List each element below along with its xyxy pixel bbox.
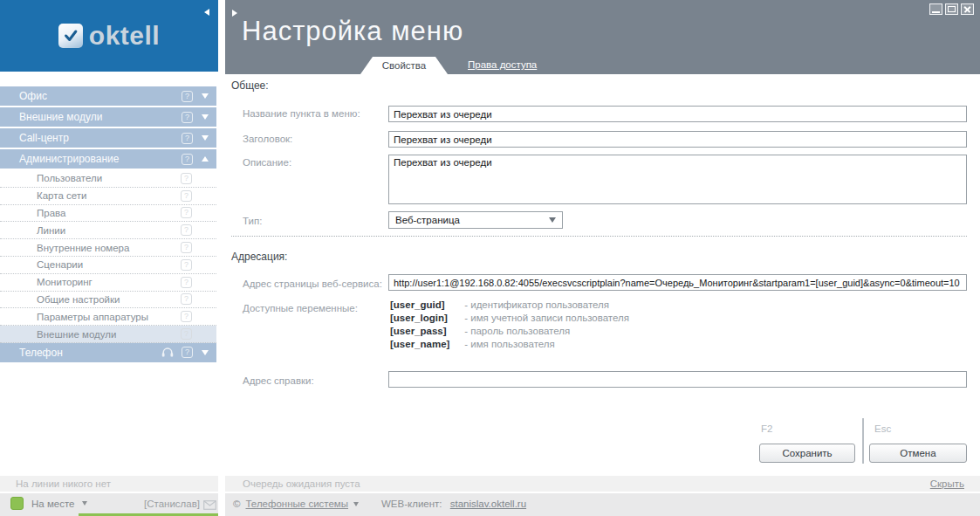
help-icon[interactable]: ?: [181, 242, 192, 253]
help-icon[interactable]: ?: [181, 328, 192, 340]
chevron-down-icon: [549, 217, 556, 223]
menu-item-name-label: Название пункта в меню:: [243, 108, 360, 119]
sidebar-item-label: Call-центр: [19, 132, 182, 144]
sidebar-subitem-lines[interactable]: Линии ?: [0, 222, 216, 239]
webclient-link[interactable]: stanislav.oktell.ru: [450, 499, 526, 509]
oktell-checkmark-icon: [58, 24, 83, 48]
hide-link[interactable]: Скрыть: [930, 478, 964, 489]
variable-description: - имя учетной записи пользователя: [464, 313, 629, 323]
sidebar-subitem-label: Мониторинг: [37, 277, 181, 287]
tab-properties[interactable]: Свойства: [360, 57, 448, 74]
sidebar-subitem-label: Параметры аппаратуры: [37, 312, 181, 322]
company-link[interactable]: Телефонные системы: [245, 499, 348, 509]
sidebar-subitem-label: Карта сети: [37, 190, 181, 201]
sidebar-subitem-scenarios[interactable]: Сценарии ?: [0, 257, 216, 274]
sidebar-item-call-center[interactable]: Call-центр ?: [0, 128, 216, 148]
menu-item-name-input[interactable]: [388, 106, 967, 122]
web-service-url-label: Адрес страницы веб-сервиса:: [243, 279, 382, 289]
minimize-button[interactable]: [929, 3, 942, 15]
close-button[interactable]: [961, 3, 974, 15]
status-row-gap: [218, 476, 225, 492]
sidebar-item-phone[interactable]: Телефон ?: [0, 343, 216, 362]
variable-name: [user_login]: [390, 313, 462, 323]
chevron-down-icon: [202, 114, 209, 120]
sidebar: oktell Офис ? Внешние модули ? Call-цент…: [0, 0, 218, 516]
sidebar-expand-button[interactable]: [230, 5, 239, 21]
title-input[interactable]: [388, 131, 967, 148]
oktell-logo: oktell: [58, 21, 160, 51]
help-icon[interactable]: ?: [181, 277, 192, 288]
window-controls: [929, 3, 974, 15]
maximize-button[interactable]: [945, 3, 958, 15]
cancel-hotkey-label: Esc: [874, 423, 891, 434]
sidebar-item-label: Офис: [19, 90, 182, 102]
variables-label: Доступные переменные:: [243, 303, 358, 313]
variable-row: [user_pass] - пароль пользователя: [390, 326, 570, 336]
sidebar-item-label: Телефон: [19, 347, 161, 359]
chevron-down-icon: [202, 135, 209, 141]
help-icon[interactable]: ?: [182, 112, 193, 123]
current-user-label: [Станислав]: [144, 499, 200, 509]
variable-description: - имя пользователя: [464, 339, 555, 349]
sidebar-item-administration[interactable]: Администрирование ?: [0, 149, 216, 169]
help-icon[interactable]: ?: [181, 173, 192, 184]
bottom-bar-gap: [218, 493, 225, 516]
help-icon[interactable]: ?: [181, 259, 192, 271]
help-icon[interactable]: ?: [182, 133, 193, 144]
help-icon[interactable]: ?: [181, 207, 192, 218]
description-textarea[interactable]: Перехват из очереди: [388, 155, 967, 204]
presence-label: На месте: [31, 499, 74, 509]
sidebar-subitem-network-map[interactable]: Карта сети ?: [0, 188, 216, 205]
help-icon[interactable]: ?: [182, 154, 193, 165]
sidebar-subitem-internal-numbers[interactable]: Внутренние номера ?: [0, 239, 216, 257]
webclient-section: WEB-клиент: stanislav.oktell.ru: [381, 499, 526, 509]
help-icon[interactable]: ?: [181, 293, 192, 305]
type-dropdown[interactable]: Веб-страница: [388, 211, 563, 229]
help-icon[interactable]: ?: [181, 224, 192, 236]
variable-row: [user_name] - имя пользователя: [390, 339, 555, 349]
sidebar-subitem-users[interactable]: Пользователи ?: [0, 170, 216, 188]
sidebar-collapse-button[interactable]: [202, 4, 211, 20]
section-general-heading: Общее:: [231, 79, 269, 92]
variable-name: [user_guid]: [390, 299, 462, 310]
sidebar-subitem-label: Линии: [37, 225, 181, 236]
help-icon[interactable]: ?: [182, 91, 193, 102]
help-url-label: Адрес справки:: [243, 375, 314, 386]
headset-icon: [161, 347, 174, 358]
variable-name: [user_name]: [390, 339, 462, 349]
sidebar-subitem-monitoring[interactable]: Мониторинг ?: [0, 274, 216, 292]
variable-name: [user_pass]: [390, 326, 462, 336]
presence-status-icon: [10, 497, 24, 510]
company-section: © Телефонные системы: [233, 499, 359, 509]
chevron-down-icon: [353, 502, 359, 506]
sidebar-item-office[interactable]: Офис ?: [0, 86, 216, 106]
sidebar-subitem-general-settings[interactable]: Общие настройки ?: [0, 292, 216, 309]
help-icon[interactable]: ?: [181, 311, 192, 322]
help-url-input[interactable]: [388, 371, 967, 388]
chevron-down-icon: [202, 350, 209, 355]
copyright-symbol: ©: [233, 499, 240, 509]
chevron-up-icon: [202, 156, 209, 162]
cancel-button[interactable]: Отмена: [869, 444, 967, 463]
description-label: Описание:: [243, 157, 291, 168]
oktell-logo-text: oktell: [89, 21, 160, 51]
web-service-url-input[interactable]: [388, 274, 967, 291]
tab-access-rights[interactable]: Права доступа: [468, 59, 537, 70]
mail-icon[interactable]: [203, 500, 216, 510]
sidebar-item-label: Администрирование: [19, 153, 182, 165]
help-icon[interactable]: ?: [182, 347, 193, 358]
variable-row: [user_guid] - идентификатор пользователя: [390, 299, 609, 310]
save-button[interactable]: Сохранить: [759, 444, 855, 463]
save-hotkey-label: F2: [761, 423, 772, 434]
sidebar-subitem-label: Внешние модули: [37, 329, 181, 340]
webclient-label: WEB-клиент:: [381, 499, 442, 509]
type-dropdown-value: Веб-страница: [395, 215, 460, 225]
sidebar-subitem-external-modules[interactable]: Внешние модули ?: [0, 326, 216, 343]
sidebar-item-external-modules-category[interactable]: Внешние модули ?: [0, 107, 216, 127]
help-icon[interactable]: ?: [181, 190, 192, 202]
sidebar-subitem-rights[interactable]: Права ?: [0, 205, 216, 223]
chevron-down-icon: [82, 501, 87, 506]
sidebar-subitem-hardware-params[interactable]: Параметры аппаратуры ?: [0, 308, 216, 326]
presence-selector[interactable]: На месте: [10, 497, 87, 510]
sidebar-subitem-label: Права: [37, 208, 181, 218]
